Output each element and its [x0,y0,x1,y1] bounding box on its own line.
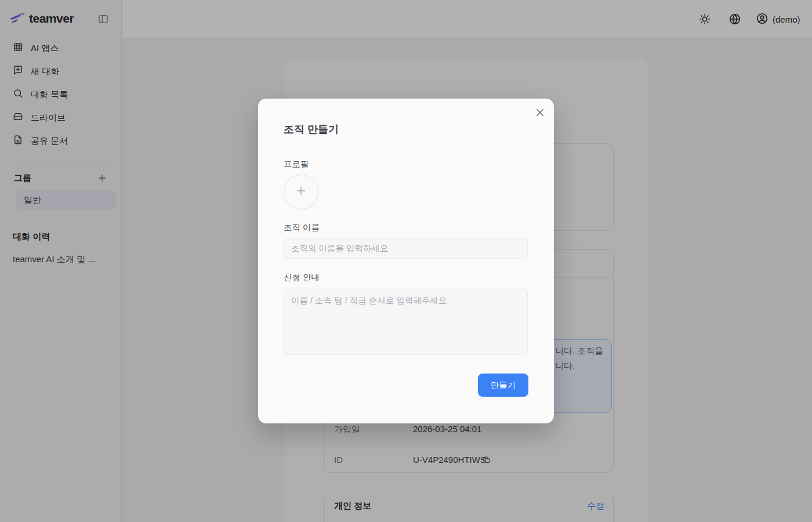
create-organization-modal: 조직 만들기 프로필 조직 이름 신청 안내 만들기 [258,99,554,423]
create-button[interactable]: 만들기 [478,374,528,397]
modal-title-divider [272,147,540,147]
org-name-input[interactable] [284,238,528,259]
modal-close-button[interactable] [535,107,545,118]
profile-upload-button[interactable] [284,175,318,209]
close-icon [535,107,545,118]
org-name-label: 조직 이름 [284,223,320,232]
application-notice-label: 신청 안내 [284,273,320,282]
plus-icon [295,185,307,199]
modal-title: 조직 만들기 [284,122,339,136]
application-notice-textarea[interactable] [284,288,528,355]
app-window: (demo) teamver AI 앱스 [0,0,812,522]
profile-label: 프로필 [284,160,309,169]
